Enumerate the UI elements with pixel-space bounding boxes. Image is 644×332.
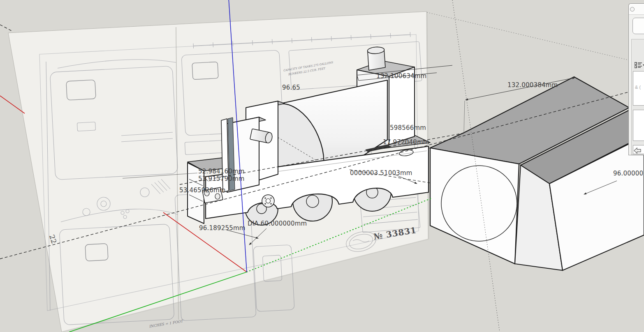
dimension-label-132-100634[interactable]: 132.100634mm [376, 72, 426, 80]
right-tray-panel[interactable]: & ( [628, 3, 644, 155]
tray-titlebar[interactable] [629, 4, 644, 15]
list-view-icon[interactable] [635, 62, 644, 69]
dimension-label-96-65[interactable]: 96.65 [282, 84, 300, 91]
component-thumbnail-2[interactable] [633, 110, 644, 141]
scene-svg[interactable] [0, 0, 644, 332]
modeling-viewport[interactable]: 132.100634mm 96.65 598566mm 17.972040mm … [0, 0, 644, 332]
dimension-label-dia-60[interactable]: DIA 60.000000mm [248, 220, 307, 227]
dimension-label-53-465926[interactable]: 53.465926mm [179, 187, 226, 194]
dimension-label-52-984160[interactable]: 52.984160mm [198, 168, 245, 175]
dimension-label-132-000384[interactable]: 132.000384mm [507, 81, 558, 89]
dimension-label-96-000000[interactable]: 96.000000mm [613, 170, 644, 177]
dimension-label-overlap[interactable]: 0000003.51003mm [350, 169, 412, 177]
tray-circle-icon[interactable] [630, 7, 635, 12]
left-block-front-face[interactable] [430, 148, 519, 264]
stepped-blocks[interactable] [430, 77, 644, 270]
component-thumbnail-1[interactable]: & ( [633, 71, 644, 106]
back-arrow-icon[interactable] [634, 148, 641, 154]
dimension-label-17-972040[interactable]: 17.972040mm [383, 138, 429, 146]
chimney-cylinder[interactable] [367, 46, 385, 70]
dimension-label-96-189255[interactable]: 96.189255mm [199, 224, 246, 232]
tray-preview-box[interactable] [632, 18, 644, 34]
dimension-label-53-915790[interactable]: 53.915790mm [198, 175, 245, 182]
dimension-label-598566[interactable]: 598566mm [390, 124, 426, 131]
